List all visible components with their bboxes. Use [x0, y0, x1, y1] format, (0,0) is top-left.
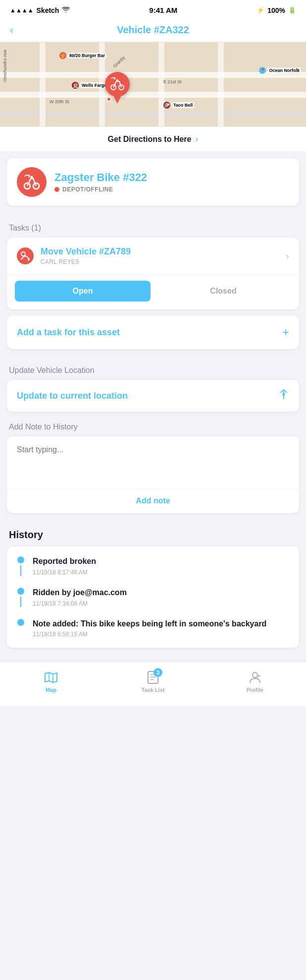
bluetooth-icon: ⚡	[256, 6, 264, 14]
history-event: Note added: This bike keeps being left i…	[33, 619, 266, 629]
svg-point-2	[116, 79, 118, 81]
task-list-nav-icon: 3	[146, 670, 160, 685]
map-nav-label: Map	[46, 687, 56, 693]
history-dot	[17, 588, 24, 595]
history-line	[20, 565, 21, 576]
history-card: Reported broken 11/19/18 8:17:46 AM Ridd…	[7, 547, 299, 648]
asset-info: Zagster Bike #322 DEPOT/OFFLINE	[54, 171, 147, 193]
nav-item-profile[interactable]: Profile	[204, 667, 306, 696]
profile-nav-label: Profile	[247, 687, 263, 693]
history-content: Reported broken 11/19/18 8:17:46 AM	[33, 556, 96, 576]
location-arrow-icon	[278, 389, 289, 403]
history-timeline	[17, 556, 25, 576]
asset-icon	[17, 167, 47, 197]
history-item: Ridden by joe@mac.com 11/19/18 7:34:08 A…	[17, 588, 289, 619]
history-event: Reported broken	[33, 556, 96, 567]
poi-taco-label: Taco Bell	[172, 102, 194, 108]
profile-nav-icon	[248, 670, 262, 685]
directions-label: Get Directions to Here	[108, 135, 192, 144]
history-time: 11/19/18 7:34:08 AM	[33, 600, 127, 607]
task-list-nav-label: Task List	[142, 687, 165, 693]
signal-icon: ▲▲▲▲	[10, 7, 34, 14]
poi-taco-bell: 🌮 Taco Bell	[163, 102, 194, 109]
battery-label: 100%	[267, 6, 285, 14]
history-content: Ridden by joe@mac.com 11/19/18 7:34:08 A…	[33, 588, 127, 607]
history-line	[20, 597, 21, 607]
task-toggle-row: Open Closed	[7, 275, 299, 309]
history-time: 11/19/18 6:58:15 AM	[33, 631, 266, 638]
poi-burger-label: 80/20 Burger Bar	[68, 53, 106, 59]
note-card: Add note	[7, 436, 299, 513]
task-chevron-icon: ›	[286, 250, 289, 262]
task-list-badge: 3	[153, 668, 162, 677]
svg-point-6	[21, 252, 25, 256]
street-label-e21st: E 21st St	[163, 79, 182, 84]
task-icon	[17, 247, 34, 264]
add-note-button[interactable]: Add note	[7, 489, 299, 513]
open-toggle-button[interactable]: Open	[15, 281, 151, 302]
pin-tail	[113, 96, 121, 104]
asset-name: Zagster Bike #322	[54, 171, 147, 184]
add-task-plus-icon: +	[282, 325, 289, 339]
history-dot	[17, 556, 24, 563]
history-timeline	[17, 619, 25, 638]
nav-item-map[interactable]: Map	[0, 667, 102, 696]
poi-wells-fargo: 🏦 Wells Fargo	[72, 82, 108, 89]
secondary-pin	[106, 97, 111, 102]
status-time: 9:41 AM	[149, 6, 177, 14]
status-left: ▲▲▲▲ Sketch	[10, 6, 70, 14]
task-item[interactable]: Move Vehicle #ZA789 CARL REYES ›	[7, 238, 299, 275]
update-location-section-header: Update Vehicle Location	[0, 362, 306, 380]
status-bar: ▲▲▲▲ Sketch 9:41 AM ⚡ 100% 🔋	[0, 0, 306, 18]
street-label-omohundro: Omohundro Ave	[2, 50, 7, 82]
status-text: DEPOT/OFFLINE	[62, 186, 113, 193]
bottom-nav: Map 3 Task List Profile	[0, 662, 306, 706]
directions-button[interactable]: Get Directions to Here ›	[0, 126, 306, 151]
asset-card: Zagster Bike #322 DEPOT/OFFLINE	[7, 158, 299, 206]
history-timeline	[17, 588, 25, 607]
map-nav-icon	[44, 670, 58, 685]
street-label-granby: Granby	[112, 55, 126, 69]
status-right: ⚡ 100% 🔋	[256, 6, 296, 14]
update-location-card[interactable]: Update to current location	[7, 380, 299, 412]
nav-item-task-list[interactable]: 3 Task List	[102, 667, 204, 696]
task-name: Move Vehicle #ZA789	[41, 246, 279, 257]
poi-ocean-norfolk: 📍 Ocean Norfolk	[259, 67, 301, 74]
asset-status-row: DEPOT/OFFLINE	[54, 186, 147, 193]
svg-point-9	[253, 673, 257, 677]
history-item: Reported broken 11/19/18 8:17:46 AM	[17, 556, 289, 588]
task-card: Move Vehicle #ZA789 CARL REYES › Open Cl…	[7, 238, 299, 309]
svg-point-7	[282, 393, 285, 396]
task-assignee: CARL REYES	[41, 258, 279, 265]
tasks-section-header: Tasks (1)	[0, 220, 306, 238]
history-time: 11/19/18 8:17:46 AM	[33, 569, 96, 576]
svg-point-5	[31, 176, 33, 179]
history-event: Ridden by joe@mac.com	[33, 588, 127, 598]
page-title: Vehicle #ZA322	[117, 24, 189, 36]
map-view: Omohundro Ave W 20th St E 21st St Granby…	[0, 42, 306, 151]
task-info: Move Vehicle #ZA789 CARL REYES	[41, 246, 279, 265]
closed-toggle-button[interactable]: Closed	[155, 281, 291, 302]
street-label-w20th: W 20th St	[50, 99, 69, 104]
history-item: Note added: This bike keeps being left i…	[17, 619, 289, 638]
history-section: History Reported broken 11/19/18 8:17:46…	[0, 520, 306, 652]
carrier-label: Sketch	[37, 6, 59, 14]
back-button[interactable]: ‹	[10, 24, 13, 37]
battery-icon: 🔋	[288, 6, 296, 14]
add-task-label: Add a task for this asset	[17, 327, 120, 338]
pin-circle	[105, 72, 130, 97]
add-note-section-header: Add Note to History	[0, 419, 306, 436]
history-title: History	[7, 524, 299, 547]
add-task-card[interactable]: Add a task for this asset +	[7, 315, 299, 349]
wifi-icon	[62, 6, 70, 14]
history-content: Note added: This bike keeps being left i…	[33, 619, 266, 638]
history-dot	[17, 619, 24, 626]
update-location-label: Update to current location	[17, 391, 128, 401]
nav-header: ‹ Vehicle #ZA322	[0, 18, 306, 42]
status-indicator	[54, 187, 59, 192]
directions-chevron-icon: ›	[195, 134, 198, 144]
poi-ocean-label: Ocean Norfolk	[267, 67, 301, 73]
note-input[interactable]	[7, 436, 299, 486]
poi-burger-bar: 🍔 80/20 Burger Bar	[59, 52, 106, 59]
